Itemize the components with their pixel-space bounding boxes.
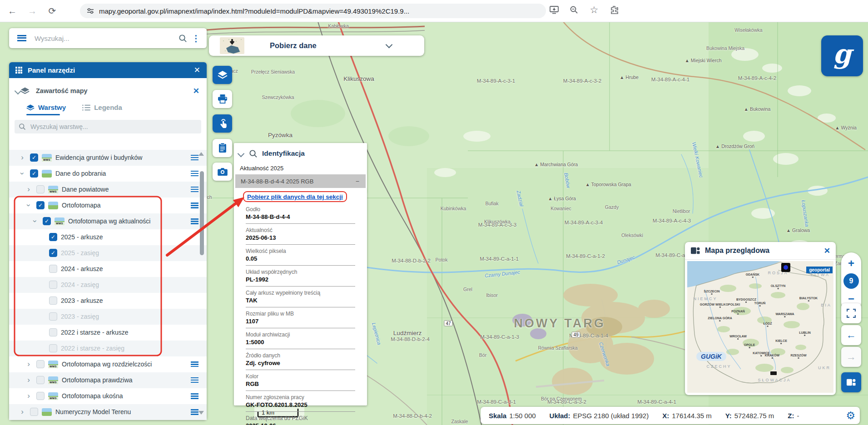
layer-checkbox[interactable]: [49, 297, 57, 305]
install-icon[interactable]: [547, 3, 561, 17]
field-separator: [246, 390, 355, 391]
overview-close-icon[interactable]: ✕: [824, 246, 830, 256]
layer-checkbox[interactable]: [36, 360, 45, 368]
layer-menu-icon[interactable]: [191, 393, 198, 399]
layer-checkbox[interactable]: [36, 185, 45, 193]
layer-menu-icon[interactable]: [191, 361, 198, 367]
expand-icon[interactable]: ›: [25, 186, 32, 193]
extensions-icon[interactable]: [607, 3, 621, 17]
collapse-icon[interactable]: ›: [25, 202, 32, 208]
map-content-section[interactable]: Zawartość mapy ✕: [9, 82, 207, 100]
scroll-down-icon[interactable]: [198, 411, 204, 415]
layer-menu-icon[interactable]: [191, 155, 198, 161]
layer-row-15[interactable]: ›WMSOrtofotomapa ukośna: [9, 388, 207, 404]
browser-reload-icon[interactable]: ⟳: [45, 3, 60, 19]
layer-search-input[interactable]: [30, 123, 201, 131]
layer-checkbox[interactable]: [49, 328, 57, 336]
layer-row-1[interactable]: ›✓Dane do pobrania: [9, 166, 207, 182]
layer-menu-icon[interactable]: [191, 171, 198, 177]
scrollbar-thumb[interactable]: [200, 171, 204, 255]
more-options-icon[interactable]: ⋮: [192, 33, 200, 44]
tab-legend[interactable]: Legenda: [82, 104, 122, 111]
search-input[interactable]: [34, 34, 179, 43]
layer-row-13[interactable]: ›WMSOrtofotomapa wg rozdzielczości: [9, 356, 207, 372]
layer-row-7[interactable]: 2024 - arkusze: [9, 261, 207, 277]
layer-checkbox[interactable]: [49, 265, 57, 273]
panel-collapse-icon[interactable]: [238, 150, 245, 157]
expand-icon[interactable]: ›: [19, 408, 25, 415]
browser-forward-icon[interactable]: →: [25, 3, 40, 19]
zoom-lens-icon[interactable]: [567, 3, 581, 17]
expand-icon[interactable]: ›: [19, 154, 25, 161]
chevron-down-icon[interactable]: [386, 41, 393, 49]
layer-checkbox[interactable]: [30, 408, 38, 416]
layer-checkbox[interactable]: ✓: [49, 233, 57, 241]
layer-row-8[interactable]: 2024 - zasięg: [9, 277, 207, 293]
layer-checkbox[interactable]: ✓: [30, 153, 38, 162]
collapse-icon[interactable]: ›: [31, 218, 39, 224]
expand-icon[interactable]: ›: [25, 361, 32, 368]
scroll-up-icon[interactable]: [198, 152, 204, 156]
download-data-bar[interactable]: Pobierz dane: [209, 35, 424, 56]
identify-tool-button[interactable]: [213, 114, 232, 133]
collapse-icon[interactable]: ›: [19, 170, 26, 177]
layer-row-9[interactable]: 2023 - arkusze: [9, 293, 207, 309]
overview-toggle-button[interactable]: [841, 372, 861, 392]
zoom-in-button[interactable]: +: [841, 257, 861, 270]
search-icon[interactable]: [179, 34, 187, 43]
layer-row-16[interactable]: ›Numeryczny Model Terenu: [9, 404, 207, 420]
previous-view-button[interactable]: ←: [841, 325, 861, 345]
layer-menu-icon[interactable]: [191, 377, 198, 383]
layer-search-box[interactable]: [15, 120, 201, 133]
layer-checkbox[interactable]: ✓: [36, 201, 45, 209]
layers-tool-button[interactable]: [213, 66, 232, 84]
layer-row-11[interactable]: 2022 i starsze - arkusze: [9, 325, 207, 341]
expand-icon[interactable]: ›: [25, 376, 32, 384]
layer-checkbox[interactable]: [49, 312, 57, 321]
screenshot-tool-button[interactable]: [213, 163, 232, 181]
browser-back-icon[interactable]: ←: [5, 3, 20, 19]
layer-menu-icon[interactable]: [191, 218, 198, 224]
download-section-link[interactable]: Pobierz plik danych dla tej sekcji: [247, 193, 343, 200]
map-label-20: Ludźmierz: [393, 330, 422, 336]
toolbox-close-icon[interactable]: ✕: [194, 65, 200, 75]
layer-checkbox[interactable]: ✓: [49, 249, 57, 257]
geoportal-logo[interactable]: g: [821, 35, 863, 76]
layer-checkbox[interactable]: [36, 376, 45, 384]
clipboard-icon: [218, 143, 227, 153]
layer-row-0[interactable]: ›✓WMSEwidencja gruntów i budynków: [9, 150, 207, 166]
layer-row-12[interactable]: 2022 i starsze - zasięg: [9, 341, 207, 356]
layer-checkbox[interactable]: ✓: [43, 217, 51, 225]
layer-row-6[interactable]: ✓2025 - zasięg: [9, 245, 207, 261]
layer-row-2[interactable]: ›WMSDane powiatowe: [9, 182, 207, 198]
collapse-minus-icon[interactable]: −: [356, 178, 359, 185]
layer-checkbox[interactable]: [36, 392, 45, 400]
layer-row-3[interactable]: ›✓Ortofotomapa: [9, 198, 207, 213]
fullscreen-button[interactable]: [841, 303, 861, 323]
layer-row-14[interactable]: ›WMSOrtofotomapa prawdziwa: [9, 372, 207, 388]
layer-row-10[interactable]: 2023 - zasięg: [9, 309, 207, 325]
layer-menu-icon[interactable]: [191, 409, 198, 415]
tab-layers[interactable]: Warstwy: [26, 104, 66, 111]
overview-map-canvas[interactable]: GDAŃSKOLSZTYNSZCZECINBIAŁYSTOKBYDGOSZCZT…: [687, 261, 833, 393]
layer-menu-icon[interactable]: [191, 187, 198, 193]
expand-icon[interactable]: ›: [25, 392, 32, 400]
identify-selected-item[interactable]: M-34-88-B-d-4-4 2025 RGB −: [235, 174, 366, 188]
layer-menu-icon[interactable]: [191, 203, 198, 208]
layer-checkbox[interactable]: [49, 281, 57, 289]
print-tool-button[interactable]: [213, 90, 232, 108]
overview-city-14: OPOLE: [744, 343, 755, 348]
layer-checkbox[interactable]: ✓: [30, 169, 38, 178]
layer-row-5[interactable]: ✓2025 - arkusze: [9, 229, 207, 245]
layer-checkbox[interactable]: [49, 344, 57, 352]
site-settings-icon[interactable]: [86, 7, 94, 15]
browser-address-bar[interactable]: mapy.geoportal.gov.pl/imapnext/imap/inde…: [80, 4, 546, 18]
layer-row-4[interactable]: ›✓WMSOrtofotomapa wg aktualności: [9, 213, 207, 229]
map-search-bar[interactable]: ⋮: [9, 28, 207, 48]
next-view-button[interactable]: →: [841, 347, 861, 367]
clipboard-tool-button[interactable]: [213, 139, 232, 157]
bookmark-star-icon[interactable]: ☆: [587, 3, 601, 17]
map-content-close-icon[interactable]: ✕: [193, 86, 199, 96]
menu-hamburger-icon[interactable]: [17, 35, 26, 41]
settings-gear-icon[interactable]: ⚙: [846, 410, 855, 422]
